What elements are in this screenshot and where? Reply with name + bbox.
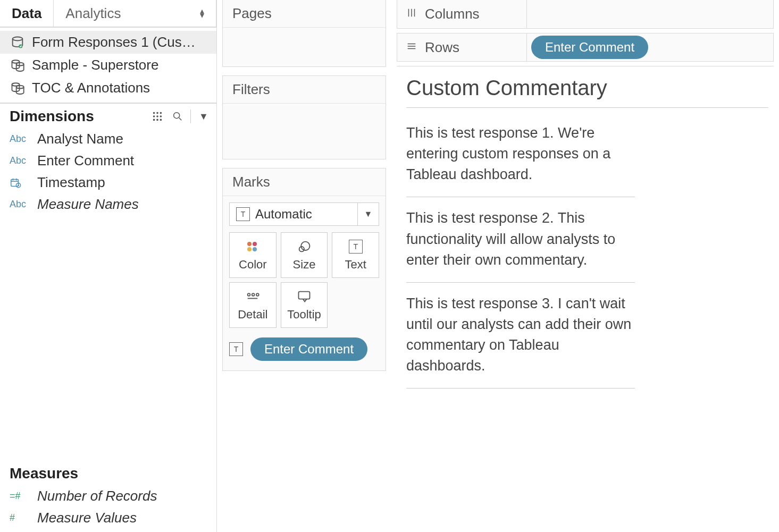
field-timestamp[interactable]: Timestamp [0, 172, 216, 193]
mark-type-dropdown[interactable]: T Automatic ▼ [229, 202, 379, 226]
svg-point-25 [252, 293, 255, 296]
mark-type-label: Automatic [255, 207, 312, 222]
chevron-down-icon: ▼ [357, 203, 379, 225]
tab-analytics[interactable]: Analytics ▴▾ [54, 0, 216, 27]
data-sources-list: Form Responses 1 (Cus… Sample - Supersto… [0, 28, 216, 104]
columns-shelf[interactable]: Columns [397, 0, 774, 29]
datasource-multi-icon [10, 81, 26, 96]
search-icon[interactable] [170, 109, 185, 124]
view-as-table-icon[interactable] [150, 109, 165, 124]
data-source-label: Sample - Superstore [32, 57, 158, 73]
rows-shelf[interactable]: Rows Enter Comment [397, 33, 774, 62]
svg-point-20 [247, 247, 252, 251]
dimensions-header: Dimensions ▼ [0, 104, 216, 126]
data-source-sample-superstore[interactable]: Sample - Superstore [0, 54, 216, 77]
data-source-form-responses[interactable]: Form Responses 1 (Cus… [0, 31, 216, 54]
mark-text[interactable]: T Text [332, 232, 379, 278]
field-enter-comment[interactable]: Abc Enter Comment [0, 150, 216, 172]
abc-icon: Abc [10, 199, 29, 210]
mark-tooltip-label: Tooltip [287, 308, 321, 322]
field-label: Measure Values [37, 510, 137, 526]
mark-tooltip[interactable]: Tooltip [281, 282, 328, 328]
svg-point-10 [157, 116, 158, 117]
field-measure-names[interactable]: Abc Measure Names [0, 193, 216, 215]
mark-size-label: Size [293, 258, 316, 272]
viz-row[interactable]: This is test response 1. We're entering … [406, 112, 635, 197]
sort-icon: ▴▾ [200, 9, 204, 18]
svg-rect-16 [11, 179, 19, 186]
viz-row[interactable]: This is test response 2. This functional… [406, 197, 635, 282]
field-measure-values[interactable]: # Measure Values [0, 507, 216, 529]
number-icon: # [10, 512, 29, 523]
field-number-of-records[interactable]: =# Number of Records [0, 485, 216, 507]
svg-point-7 [157, 112, 158, 113]
detail-icon [245, 289, 260, 305]
svg-point-18 [247, 242, 252, 246]
columns-icon [406, 6, 417, 22]
svg-point-22 [301, 242, 309, 250]
field-analyst-name[interactable]: Abc Analyst Name [0, 128, 216, 150]
calendar-clock-icon [10, 177, 29, 189]
measures-list: =# Number of Records # Measure Values [0, 483, 216, 532]
data-pane: Data Analytics ▴▾ Form Responses 1 (Cus…… [0, 0, 217, 532]
viz-title[interactable]: Custom Commentary [406, 76, 768, 108]
dimensions-menu-caret[interactable]: ▼ [196, 109, 211, 124]
mark-detail[interactable]: Detail [229, 282, 277, 328]
svg-point-12 [153, 119, 154, 120]
text-encoding-icon[interactable]: T [229, 342, 243, 356]
sidebar-tabs: Data Analytics ▴▾ [0, 0, 216, 28]
svg-point-24 [248, 293, 250, 296]
svg-point-3 [16, 62, 24, 65]
abc-icon: Abc [10, 133, 29, 145]
data-source-toc-annotations[interactable]: TOC & Annotations [0, 77, 216, 99]
dimensions-list: Abc Analyst Name Abc Enter Comment Times… [0, 126, 216, 218]
rows-label: Rows [425, 39, 459, 56]
mark-detail-label: Detail [238, 308, 267, 322]
field-label: Enter Comment [37, 153, 134, 169]
datasource-single-icon [10, 35, 26, 50]
divider [190, 109, 191, 123]
size-icon [297, 239, 312, 255]
svg-point-11 [160, 116, 161, 117]
svg-point-19 [253, 242, 257, 246]
mark-pill-enter-comment[interactable]: Enter Comment [250, 337, 367, 361]
svg-point-9 [153, 116, 154, 117]
svg-point-14 [160, 119, 161, 120]
count-icon: =# [10, 491, 29, 502]
pages-shelf[interactable]: Pages [222, 0, 386, 67]
field-label: Timestamp [37, 174, 105, 191]
svg-point-13 [157, 119, 158, 120]
tooltip-icon [297, 289, 312, 305]
filters-shelf-title: Filters [223, 76, 386, 104]
mark-text-label: Text [345, 258, 366, 272]
viz-canvas: Custom Commentary This is test response … [397, 66, 774, 389]
data-source-label: TOC & Annotations [32, 80, 150, 96]
rows-pill-enter-comment[interactable]: Enter Comment [531, 36, 648, 59]
mark-color-label: Color [239, 258, 267, 272]
svg-point-21 [253, 247, 257, 251]
abc-icon: Abc [10, 155, 29, 166]
marks-card: Marks T Automatic ▼ Color [222, 168, 386, 371]
svg-point-0 [13, 37, 23, 40]
pages-shelf-title: Pages [223, 0, 386, 28]
mark-color[interactable]: Color [229, 232, 277, 278]
field-label: Number of Records [37, 488, 157, 504]
field-label: Measure Names [37, 196, 139, 213]
mark-size[interactable]: Size [281, 232, 328, 278]
marks-card-title: Marks [223, 168, 386, 196]
text-mark-icon: T [236, 207, 250, 221]
svg-point-5 [16, 85, 24, 88]
measures-title: Measures [10, 465, 78, 482]
measures-header: Measures [0, 461, 216, 483]
filters-shelf[interactable]: Filters [222, 75, 386, 159]
tab-analytics-label: Analytics [65, 5, 121, 22]
columns-label: Columns [425, 6, 480, 22]
tab-data[interactable]: Data [0, 0, 54, 27]
svg-point-15 [174, 113, 180, 119]
field-label: Analyst Name [37, 131, 123, 147]
viz-row[interactable]: This is test response 3. I can't wait un… [406, 283, 635, 389]
text-icon: T [349, 239, 363, 255]
color-icon [245, 239, 260, 255]
dimensions-title: Dimensions [10, 108, 94, 125]
rows-icon [406, 39, 417, 56]
